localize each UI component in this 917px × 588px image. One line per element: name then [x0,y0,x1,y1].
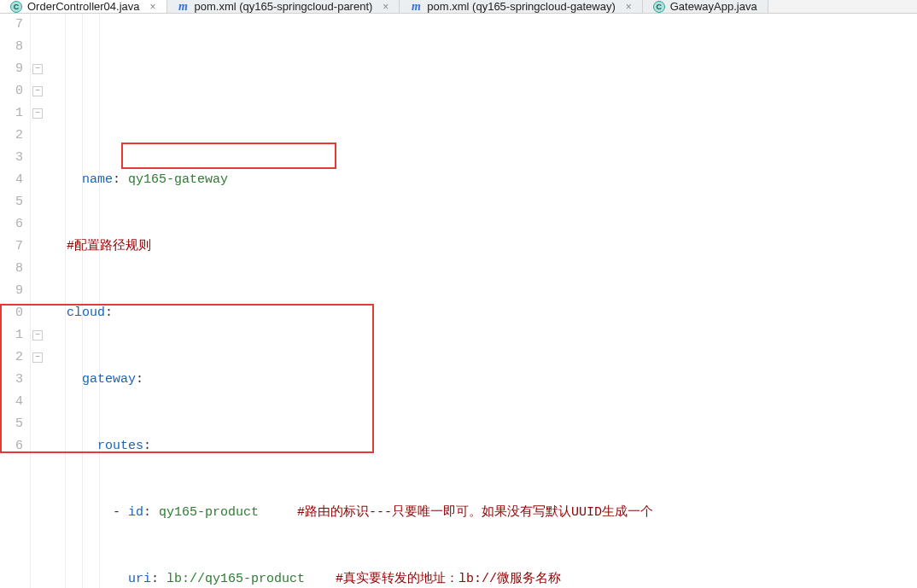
tab-label: pom.xml (qy165-springcloud-gateway) [427,0,615,13]
maven-icon: m [410,1,422,13]
tab-pom-parent[interactable]: m pom.xml (qy165-springcloud-parent) × [167,0,400,13]
close-icon[interactable]: × [626,1,632,13]
code-line[interactable]: #配置路径规则 [51,236,917,258]
close-icon[interactable]: × [150,1,156,13]
code-line[interactable]: name: qy165-gateway [51,169,917,191]
tab-label: OrderController04.java [27,0,140,13]
class-icon: C [653,1,665,13]
annotation-box-uri [121,143,336,169]
tab-gatewayapp[interactable]: C GatewayApp.java [643,0,768,13]
maven-icon: m [178,1,190,13]
code-line[interactable]: uri: lb://qy165-product #真实要转发的地址：lb://微… [51,568,917,588]
fold-column: − − − − − [31,14,48,588]
tab-ordercontroller04[interactable]: C OrderController04.java × [0,0,167,13]
editor-tabs: C OrderController04.java × m pom.xml (qy… [0,0,917,14]
tab-pom-gateway[interactable]: m pom.xml (qy165-springcloud-gateway) × [400,0,642,13]
code-content[interactable]: name: qy165-gateway #配置路径规则 cloud: gatew… [48,14,917,588]
class-icon: C [10,1,22,13]
close-icon[interactable]: × [383,1,388,13]
code-line[interactable]: - id: qy165-product #路由的标识---只要唯一即可。如果没有… [51,502,917,524]
tab-label: pom.xml (qy165-springcloud-parent) [195,0,373,13]
fold-icon[interactable]: − [32,108,43,119]
tab-label: GatewayApp.java [670,0,757,13]
line-number-gutter: 7890 1234 5678 9012 3456 [0,14,31,588]
editor-area[interactable]: 7890 1234 5678 9012 3456 − − − − − name:… [0,14,917,588]
fold-icon[interactable]: − [32,86,43,96]
annotation-box-nacos [0,304,374,453]
fold-icon[interactable]: − [32,64,43,74]
